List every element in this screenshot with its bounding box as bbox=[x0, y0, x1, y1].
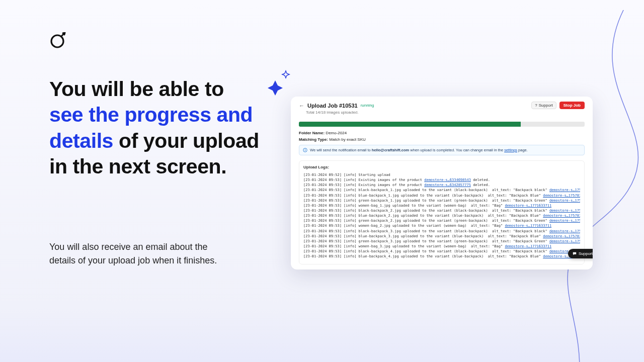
svg-point-0 bbox=[51, 35, 63, 47]
logs-title: Upload Logs: bbox=[303, 165, 580, 169]
progress-fill bbox=[299, 122, 521, 127]
matching-type-row: Matching Type: Match by exact SKU bbox=[299, 137, 585, 142]
chat-icon bbox=[573, 252, 577, 256]
brand-logo-icon bbox=[49, 32, 66, 49]
hero-headline: You will be able to see the progress and… bbox=[49, 76, 261, 179]
support-button[interactable]: ? Support bbox=[531, 102, 556, 109]
logs-card: Upload Logs: [23-01-2024 09:52] [info] S… bbox=[299, 160, 585, 264]
upload-count-text: Total 14/18 images uploaded. bbox=[306, 110, 585, 115]
upload-job-panel: ← Upload Job #10531 running ? Support St… bbox=[291, 97, 593, 269]
floating-support-button[interactable]: Support bbox=[568, 249, 593, 258]
status-badge: running bbox=[361, 103, 374, 108]
question-icon: ? bbox=[535, 103, 537, 108]
svg-rect-2 bbox=[305, 150, 305, 151]
back-arrow-icon[interactable]: ← bbox=[299, 103, 304, 109]
panel-title: Upload Job #10531 bbox=[307, 103, 358, 109]
folder-name-row: Folder Name: Demo-2024 bbox=[299, 131, 585, 135]
email-notice: We will send the notification email to h… bbox=[299, 145, 585, 155]
upload-logs: [23-01-2024 09:52] [info] Starting uploa… bbox=[303, 172, 580, 264]
stop-job-button[interactable]: Stop Job bbox=[559, 102, 585, 109]
info-icon bbox=[303, 148, 307, 152]
sparkle-icon bbox=[263, 68, 293, 99]
hero-subtext: You will also receive an email about the… bbox=[49, 240, 230, 267]
svg-point-3 bbox=[305, 149, 305, 149]
progress-bar bbox=[299, 122, 585, 127]
settings-link[interactable]: settings bbox=[504, 148, 517, 152]
